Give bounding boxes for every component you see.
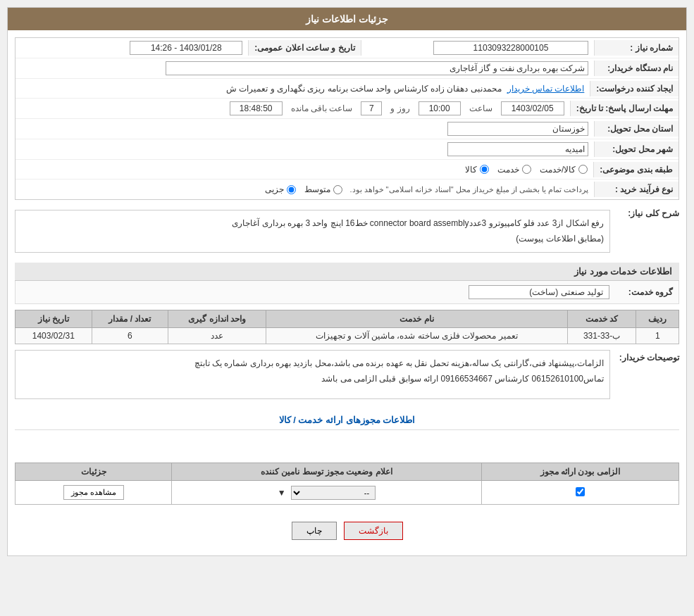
service-items-table: ردیف کد خدمت نام خدمت واحد اندازه گیری ت… [15, 310, 679, 344]
purchase-radio-partial[interactable] [287, 185, 296, 194]
deadline-remaining-label: ساعت باقی مانده [291, 103, 353, 113]
category-label-khedmat: خدمت [497, 165, 519, 175]
permit-status-select[interactable]: -- [291, 486, 376, 500]
category-label-kala-khedmat: کالا/خدمت [540, 165, 576, 175]
need-number-value: 1103093228000105 [361, 38, 594, 58]
cell-qty: 6 [92, 328, 168, 344]
city-value: امیدیه [16, 139, 594, 159]
purchase-option-partial[interactable]: جزیی [265, 184, 296, 194]
page-title: جزئیات اطلاعات نیاز [306, 13, 388, 25]
permit-col-status: اعلام وضعیت مجوز توسط نامین کننده [172, 463, 481, 481]
province-label: استان محل تحویل: [594, 121, 678, 137]
requester-value: اطلاعات تماس خریدار محمدنبی دهقان زاده ک… [16, 81, 590, 96]
category-option-kala-khedmat[interactable]: کالا/خدمت [540, 165, 588, 175]
col-header-date: تاریخ نیاز [16, 310, 92, 328]
buyer-name-input: شرکت بهره برداری نفت و گاز آغاجاری [166, 61, 588, 75]
deadline-day-label: روز و [390, 103, 409, 113]
deadline-day-input: 7 [361, 101, 382, 115]
buyer-name-label: نام دستگاه خریدار: [594, 61, 678, 76]
service-group-value: تولید صنعتی (ساخت) [469, 285, 609, 299]
deadline-time-input: 10:00 [419, 101, 461, 115]
city-input: امیدیه [447, 142, 588, 156]
service-group-label: گروه خدمت: [616, 287, 673, 297]
print-button[interactable]: چاپ [292, 522, 337, 540]
purchase-label-medium: متوسط [304, 184, 330, 194]
permit-row: -- ▼ مشاهده مجوز [16, 481, 679, 505]
requester-contact-link[interactable]: اطلاعات تماس خریدار [507, 84, 585, 94]
deadline-value: 1403/02/05 ساعت 10:00 روز و 7 ساعت باقی … [16, 99, 570, 118]
category-radio-khedmat[interactable] [522, 165, 531, 174]
announcement-date-value: 1403/01/28 - 14:26 [16, 38, 248, 58]
chevron-down-icon: ▼ [278, 488, 286, 498]
deadline-label: مهلت ارسال پاسخ: تا تاریخ: [570, 101, 678, 116]
cell-name: تعمیر محصولات فلزی ساخته شده، ماشین آلات… [266, 328, 568, 344]
purchase-label-partial: جزیی [265, 184, 284, 194]
purchase-note: پرداخت تمام یا بخشی از مبلغ خریداز محل "… [349, 185, 588, 194]
category-label: طبقه بندی موضوعی: [593, 162, 678, 177]
cell-date: 1403/02/31 [16, 328, 92, 344]
cell-code: ب-33-331 [567, 328, 636, 344]
back-button[interactable]: بازگشت [344, 522, 403, 540]
need-number-label: شماره نیاز : [594, 40, 678, 56]
category-option-kala[interactable]: کالا [465, 165, 489, 175]
category-radio-group: کالا/خدمت خدمت کالا [21, 165, 588, 175]
buyer-notes-box: الزامات،پیشنهاد فنی،گارانتی یک ساله،هزین… [15, 350, 610, 399]
category-radio-kala-khedmat[interactable] [578, 165, 588, 174]
requester-label: ایجاد کننده درخواست: [590, 81, 678, 96]
city-label: شهر محل تحویل: [594, 142, 678, 157]
purchase-radio-medium[interactable] [333, 185, 342, 194]
deadline-remaining-input: 18:48:50 [230, 101, 283, 115]
requester-name: محمدنبی دهقان زاده کارشناس واحد ساخت برن… [226, 84, 502, 94]
category-label-kala: کالا [465, 165, 477, 175]
permit-required-cell [481, 481, 678, 505]
category-radio-kala[interactable] [480, 165, 489, 174]
buyer-notes-text: الزامات،پیشنهاد فنی،گارانتی یک ساله،هزین… [194, 358, 604, 384]
need-number-input: 1103093228000105 [433, 41, 588, 55]
category-value: کالا/خدمت خدمت کالا [16, 162, 593, 177]
col-header-row: ردیف [636, 310, 679, 328]
service-section-title: اطلاعات خدمات مورد نیاز [15, 263, 679, 281]
permit-col-required: الزامی بودن ارائه مجوز [481, 463, 678, 481]
footer-buttons: بازگشت چاپ [15, 513, 679, 548]
view-permit-button[interactable]: مشاهده مجوز [63, 485, 124, 500]
buyer-name-value: شرکت بهره برداری نفت و گاز آغاجاری [16, 58, 594, 78]
deadline-date-input: 1403/02/05 [501, 101, 564, 115]
col-header-name: نام خدمت [266, 310, 568, 328]
announcement-date-input: 1403/01/28 - 14:26 [130, 41, 242, 55]
buyer-notes-label: توصیحات خریدار: [616, 350, 679, 363]
table-row: 1 ب-33-331 تعمیر محصولات فلزی ساخته شده،… [16, 328, 679, 344]
province-value: خوزستان [16, 119, 594, 139]
page-header: جزئیات اطلاعات نیاز [8, 8, 686, 30]
description-box: رفع اشکال از3 عدد فلو کامپیوترو 3عددconn… [15, 210, 610, 253]
purchase-radio-group: متوسط جزیی [265, 184, 342, 194]
permit-col-details: جزئیات [16, 463, 172, 481]
permits-section-title: اطلاعات مجوزهای ارائه خدمت / کالا [15, 410, 679, 430]
cell-unit: عدد [168, 328, 266, 344]
province-input: خوزستان [447, 122, 588, 136]
permits-table: الزامی بودن ارائه مجوز اعلام وضعیت مجوز … [15, 463, 679, 505]
cell-row: 1 [636, 328, 679, 344]
purchase-option-medium[interactable]: متوسط [304, 184, 342, 194]
col-header-qty: تعداد / مقدار [92, 310, 168, 328]
col-header-unit: واحد اندازه گیری [168, 310, 266, 328]
purchase-type-value: پرداخت تمام یا بخشی از مبلغ خریداز محل "… [16, 182, 594, 197]
announcement-date-label: تاریخ و ساعت اعلان عمومی: [248, 40, 361, 56]
purchase-type-label: نوع فرآیند خرید : [594, 182, 678, 197]
deadline-time-label: ساعت [469, 103, 492, 113]
permit-status-cell: -- ▼ [172, 481, 481, 505]
col-header-code: کد خدمت [567, 310, 636, 328]
description-label: شرح کلی نیاز: [616, 206, 679, 218]
permit-details-cell: مشاهده مجوز [16, 481, 172, 505]
permit-required-checkbox[interactable] [576, 487, 585, 496]
category-option-khedmat[interactable]: خدمت [497, 165, 531, 175]
description-text: رفع اشکال از3 عدد فلو کامپیوترو 3عددconn… [232, 218, 604, 244]
